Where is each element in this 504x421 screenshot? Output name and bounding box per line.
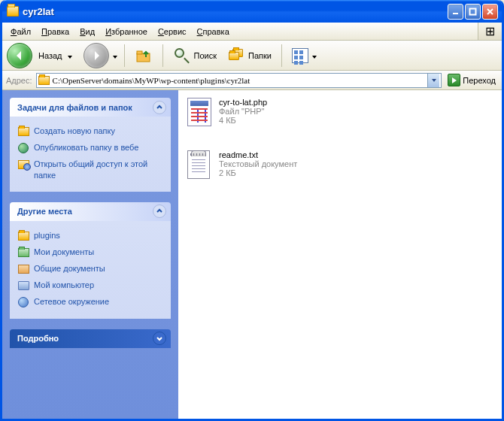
expand-icon[interactable]	[153, 332, 166, 345]
file-tasks-group: Задачи для файлов и папок Создать новую …	[10, 98, 171, 192]
collapse-icon[interactable]	[153, 204, 166, 218]
share-folder-icon	[17, 159, 29, 171]
maximize-button[interactable]	[465, 4, 481, 20]
search-icon	[173, 47, 191, 65]
minimize-button[interactable]	[448, 4, 463, 20]
file-name: readme.txt	[219, 150, 297, 159]
close-button[interactable]	[482, 4, 498, 20]
address-label: Адрес:	[6, 76, 32, 85]
menu-help[interactable]: Справка	[192, 25, 235, 38]
file-type: Текстовый документ	[219, 159, 297, 168]
folder-up-icon	[135, 47, 153, 65]
details-group: Подробно	[10, 329, 171, 348]
forward-button[interactable]	[83, 43, 109, 68]
menu-bar: Файл Правка Вид Избранное Сервис Справка…	[2, 23, 502, 41]
collapse-icon[interactable]	[153, 101, 166, 114]
back-button[interactable]	[7, 43, 32, 68]
back-label: Назад	[38, 51, 62, 60]
file-list[interactable]: cyr-to-lat.php Файл "PHP" 4 КБ readme.tx…	[178, 90, 502, 419]
file-tasks-header[interactable]: Задачи для файлов и папок	[10, 98, 171, 117]
address-dropdown[interactable]	[427, 74, 439, 87]
task-new-folder[interactable]: Создать новую папку	[17, 123, 163, 140]
svg-rect-0	[470, 8, 476, 14]
svg-rect-2	[137, 51, 142, 54]
toolbar-separator	[162, 44, 163, 67]
task-publish-web[interactable]: Опубликовать папку в вебе	[17, 140, 163, 156]
my-computer-icon	[17, 280, 29, 292]
tasks-panel: Задачи для файлов и папок Создать новую …	[2, 90, 178, 419]
place-my-computer[interactable]: Мой компьютер	[17, 277, 163, 294]
other-places-header[interactable]: Другие места	[10, 202, 171, 221]
forward-dropdown[interactable]	[112, 53, 118, 59]
txt-file-icon	[187, 150, 214, 180]
toolbar-separator	[281, 44, 282, 67]
windows-logo-icon[interactable]: ⊞	[478, 23, 502, 40]
svg-rect-1	[137, 53, 150, 62]
other-places-group: Другие места plugins Мои документы Общие	[10, 202, 171, 319]
menu-tools[interactable]: Сервис	[153, 25, 192, 38]
globe-icon	[17, 142, 29, 154]
views-dropdown[interactable]	[311, 53, 317, 59]
window-title: cyr2lat	[23, 6, 448, 17]
views-button[interactable]	[288, 46, 321, 65]
folders-icon	[227, 47, 245, 65]
menu-favorites[interactable]: Избранное	[100, 25, 153, 38]
place-network[interactable]: Сетевое окружение	[17, 294, 163, 310]
place-plugins[interactable]: plugins	[17, 228, 163, 244]
toolbar-separator	[124, 44, 125, 67]
explorer-body: Задачи для файлов и папок Создать новую …	[2, 90, 502, 419]
go-button[interactable]: Переход	[445, 73, 498, 88]
address-input[interactable]	[53, 74, 425, 86]
file-type: Файл "PHP"	[219, 107, 267, 116]
file-size: 2 КБ	[219, 168, 297, 177]
up-button[interactable]	[131, 44, 156, 67]
file-name: cyr-to-lat.php	[219, 98, 267, 107]
file-item[interactable]: readme.txt Текстовый документ 2 КБ	[187, 150, 338, 180]
title-bar[interactable]: cyr2lat	[2, 0, 502, 23]
back-dropdown[interactable]	[67, 53, 73, 59]
folder-icon	[17, 230, 29, 242]
folders-button[interactable]: Папки	[223, 44, 275, 67]
file-item[interactable]: cyr-to-lat.php Файл "PHP" 4 КБ	[187, 98, 338, 128]
address-field[interactable]	[36, 73, 442, 88]
task-share-folder[interactable]: Открыть общий доступ к этой папке	[17, 156, 163, 183]
navigation-toolbar: Назад Поиск Папки	[2, 41, 502, 71]
my-documents-icon	[17, 247, 29, 259]
menu-edit[interactable]: Правка	[36, 25, 74, 38]
folder-icon	[7, 6, 19, 17]
views-icon	[292, 48, 308, 63]
details-header[interactable]: Подробно	[10, 329, 171, 348]
explorer-window: cyr2lat Файл Правка Вид Избранное Сервис…	[0, 0, 504, 421]
file-size: 4 КБ	[219, 116, 267, 125]
address-bar: Адрес: Переход	[2, 71, 502, 90]
folder-icon	[38, 76, 50, 85]
menu-view[interactable]: Вид	[74, 25, 100, 38]
menu-file[interactable]: Файл	[5, 25, 36, 38]
php-file-icon	[187, 98, 214, 128]
network-icon	[17, 296, 29, 308]
shared-documents-icon	[17, 263, 29, 275]
place-shared-documents[interactable]: Общие документы	[17, 261, 163, 277]
search-button[interactable]: Поиск	[169, 44, 220, 67]
place-my-documents[interactable]: Мои документы	[17, 244, 163, 261]
new-folder-icon	[17, 126, 29, 138]
go-arrow-icon	[448, 74, 460, 86]
